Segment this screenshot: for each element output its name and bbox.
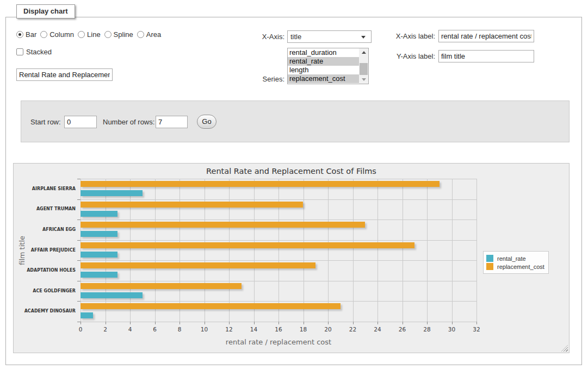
gridline-vertical — [476, 179, 477, 322]
axis-tick — [328, 322, 329, 324]
chart-type-radio-line[interactable]: Line — [78, 30, 101, 39]
go-button[interactable]: Go — [197, 115, 216, 129]
bar-replacement_cost — [81, 181, 440, 187]
xaxis-tick-label: 28 — [416, 326, 438, 333]
radio-label: Spline — [114, 30, 133, 39]
bar-rental_rate — [81, 312, 93, 318]
scroll-up-icon[interactable] — [359, 48, 368, 57]
radio-spline[interactable] — [104, 31, 112, 38]
series-option-rental_duration[interactable]: rental_duration — [288, 48, 359, 57]
bar-rental_rate — [81, 190, 143, 196]
xaxis-tick-label: 14 — [243, 326, 265, 333]
radio-bar[interactable] — [16, 31, 23, 38]
axis-tick — [77, 281, 81, 281]
series-option-replacement_cost[interactable]: replacement_cost — [288, 74, 359, 83]
gridline-vertical — [180, 179, 180, 322]
xaxis-tick-label: 18 — [293, 326, 314, 333]
chart-type-radio-bar[interactable]: Bar — [16, 30, 36, 39]
yaxis-label-input[interactable] — [438, 50, 534, 62]
chart-legend: rental_ratereplacement_cost — [483, 251, 549, 274]
series-label: Series: — [245, 75, 284, 84]
axis-tick — [77, 260, 81, 261]
chart-title-input[interactable] — [16, 68, 113, 81]
start-row-input[interactable] — [64, 116, 97, 128]
gridline-horizontal — [81, 199, 476, 200]
legend-item: replacement_cost — [486, 263, 544, 270]
bar-replacement_cost — [81, 262, 315, 268]
gridline-horizontal — [81, 281, 476, 281]
gridline-horizontal — [81, 260, 476, 261]
yaxis-label-caption: Y-Axis label: — [376, 50, 435, 62]
scrollbar-thumb[interactable] — [360, 63, 368, 75]
number-of-rows-label: Number of rows: — [103, 116, 155, 128]
xaxis-tick-label: 32 — [466, 326, 487, 333]
stacked-checkbox-row[interactable]: Stacked — [16, 48, 52, 56]
radio-label: Area — [146, 30, 161, 39]
axis-tick — [81, 322, 81, 324]
category-label: ACE GOLDFINGER — [14, 289, 76, 294]
radio-label: Column — [49, 30, 74, 39]
xaxis-label-input[interactable] — [438, 30, 534, 42]
gridline-vertical — [106, 179, 106, 322]
xaxis-label-caption: X-Axis label: — [376, 30, 435, 42]
xaxis-tick-label: 22 — [342, 326, 364, 333]
category-label: AIRPLANE SIERRA — [14, 186, 76, 192]
axis-tick — [403, 322, 403, 324]
category-label: AFFAIR PREJUDICE — [14, 248, 76, 253]
chart-type-radio-column[interactable]: Column — [40, 30, 74, 39]
axis-tick — [77, 240, 81, 241]
category-label: AFRICAN EGG — [14, 227, 76, 233]
chart-type-radio-spline[interactable]: Spline — [104, 30, 133, 39]
chart-plot-area — [81, 179, 476, 322]
series-multiselect[interactable]: rental_durationrental_ratelengthreplacem… — [287, 48, 369, 84]
gridline-vertical — [452, 179, 453, 322]
legend-label: rental_rate — [497, 255, 526, 262]
start-row-label: Start row: — [30, 116, 64, 128]
gridline-horizontal — [81, 240, 476, 241]
gridline-vertical — [254, 179, 255, 322]
bar-rental_rate — [81, 272, 117, 278]
axis-tick — [155, 322, 156, 324]
display-chart-panel: BarColumnLineSplineArea Stacked X-Axis: … — [5, 17, 582, 365]
radio-column[interactable] — [40, 31, 47, 38]
legend-swatch-rental_rate — [486, 255, 493, 262]
gridline-horizontal — [81, 179, 476, 179]
axis-tick — [427, 322, 428, 324]
chart-type-radio-area[interactable]: Area — [137, 30, 161, 39]
gridline-vertical — [229, 179, 230, 322]
xaxis-tick-label: 26 — [392, 326, 413, 333]
axis-tick — [229, 322, 230, 324]
xaxis-selected-value: title — [290, 33, 301, 41]
scroll-down-icon[interactable] — [359, 76, 368, 84]
stacked-checkbox[interactable] — [16, 48, 23, 55]
xaxis-select[interactable]: title — [287, 30, 372, 43]
axis-tick — [77, 301, 81, 302]
gridline-horizontal — [81, 301, 476, 302]
series-option-rental_rate[interactable]: rental_rate — [288, 57, 359, 66]
xaxis-tick-label: 0 — [70, 326, 91, 333]
bar-rental_rate — [81, 252, 117, 258]
chart-title: Rental Rate and Replacement Cost of Film… — [14, 167, 569, 175]
gridline-vertical — [81, 179, 81, 322]
axis-tick — [452, 322, 453, 324]
axis-tick — [106, 322, 106, 324]
resize-handle-icon[interactable] — [561, 345, 568, 352]
xaxis-tick-label: 6 — [144, 326, 166, 333]
series-scrollbar[interactable] — [359, 48, 368, 84]
xaxis-tick-label: 12 — [218, 326, 240, 333]
number-of-rows-input[interactable] — [156, 116, 188, 128]
bar-replacement_cost — [81, 283, 242, 289]
series-option-length[interactable]: length — [288, 66, 359, 74]
xaxis-tick-label: 16 — [268, 326, 289, 333]
radio-area[interactable] — [137, 31, 144, 38]
radio-line[interactable] — [78, 31, 85, 38]
category-label: ACADEMY DINOSAUR — [14, 309, 76, 314]
radio-label: Bar — [26, 30, 36, 39]
axis-tick — [476, 322, 477, 324]
xaxis-tick-label: 30 — [441, 326, 463, 333]
chevron-down-icon — [361, 36, 366, 39]
gridline-vertical — [427, 179, 428, 322]
gridline-vertical — [328, 179, 329, 322]
category-label: ADAPTATION HOLES — [14, 268, 76, 273]
xaxis-tick-label: 20 — [317, 326, 339, 333]
